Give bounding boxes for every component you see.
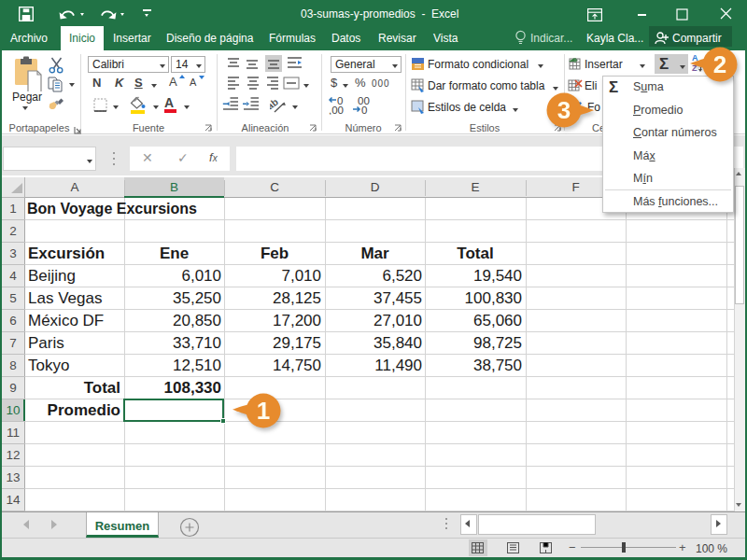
svg-text:,00: ,00	[329, 105, 344, 116]
svg-text:0: 0	[361, 105, 367, 116]
svg-text:3: 3	[557, 96, 571, 124]
svg-text:1: 1	[257, 397, 270, 425]
svg-text:2: 2	[713, 50, 726, 78]
svg-text:ab: ab	[270, 96, 280, 112]
